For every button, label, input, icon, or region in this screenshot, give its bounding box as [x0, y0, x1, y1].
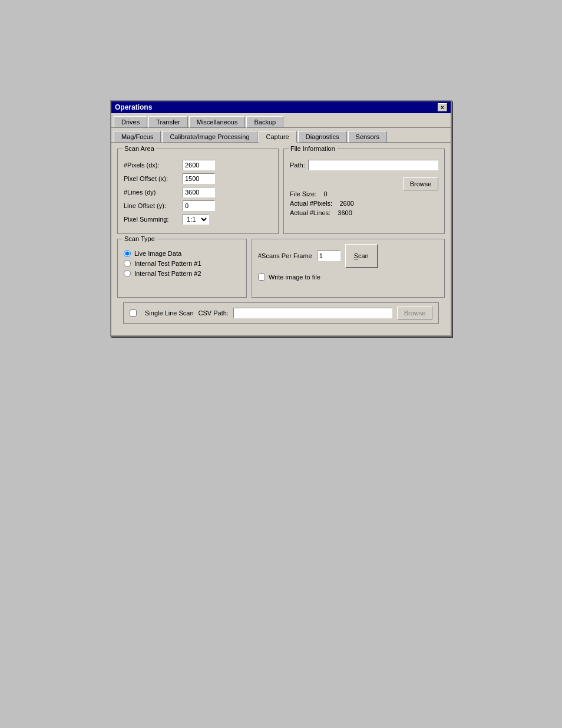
radio-test2-row: Internal Test Pattern #2 — [124, 270, 240, 277]
file-size-row: File Size: 0 — [290, 190, 438, 197]
radio-test1[interactable] — [124, 260, 131, 267]
actual-pixels-row: Actual #Pixels: 2600 — [290, 200, 438, 207]
radio-live-row: Live Image Data — [124, 250, 240, 257]
lines-dy-input[interactable] — [183, 187, 215, 197]
scan-button[interactable]: Scan — [345, 244, 378, 268]
lines-dy-label: #Lines (dy) — [124, 189, 183, 196]
browse-row: Browse — [290, 175, 438, 190]
title-bar: Operations × — [111, 101, 451, 113]
scan-type-title: Scan Type — [123, 235, 157, 242]
line-offset-y-row: Line Offset (y): — [124, 200, 272, 211]
bottom-bar: Single Line Scan CSV Path: Browse — [123, 302, 439, 324]
pixels-dx-row: #Pixels (dx): — [124, 160, 272, 170]
pixels-dx-input[interactable] — [183, 160, 215, 170]
file-info-title: File Information — [289, 145, 337, 152]
radio-live[interactable] — [124, 250, 131, 257]
scan-controls-group: #Scans Per Frame Scan Write image to fil… — [252, 239, 445, 298]
file-info-group: File Information Path: Browse File Size:… — [283, 149, 445, 234]
actual-pixels-value: 2600 — [339, 200, 353, 207]
scan-button-label: Scan — [354, 252, 369, 259]
write-image-row: Write image to file — [258, 274, 438, 281]
pixel-offset-x-label: Pixel Offset (x): — [124, 175, 183, 182]
csv-browse-button: Browse — [397, 307, 432, 319]
actual-lines-label: Actual #Lines: — [290, 209, 330, 216]
csv-path-input[interactable] — [233, 308, 392, 318]
actual-lines-value: 3600 — [338, 209, 352, 216]
operations-window: Operations × Drives Transfer Miscellaneo… — [110, 100, 452, 337]
main-content: Scan Area #Pixels (dx): Pixel Offset (x)… — [111, 143, 451, 335]
tab-sensors[interactable]: Sensors — [348, 131, 387, 143]
scan-type-group: Scan Type Live Image Data Internal Test … — [117, 239, 247, 298]
top-panels: Scan Area #Pixels (dx): Pixel Offset (x)… — [117, 149, 445, 234]
pixel-summing-select[interactable]: 1:1 2:1 4:1 — [183, 214, 209, 225]
tab-backup[interactable]: Backup — [246, 116, 283, 128]
path-input[interactable] — [308, 160, 438, 170]
radio-test1-label: Internal Test Pattern #1 — [134, 260, 201, 267]
tabs-row-1: Drives Transfer Miscellaneous Backup — [111, 113, 451, 128]
tabs-row-2: Mag/Focus Calibrate/Image Processing Cap… — [111, 128, 451, 143]
scan-area-title: Scan Area — [123, 145, 156, 152]
bottom-panels: Scan Type Live Image Data Internal Test … — [117, 239, 445, 298]
actual-lines-row: Actual #Lines: 3600 — [290, 209, 438, 216]
pixels-dx-label: #Pixels (dx): — [124, 162, 183, 169]
tab-magfocus[interactable]: Mag/Focus — [114, 131, 161, 143]
write-image-checkbox[interactable] — [258, 274, 265, 281]
radio-live-label: Live Image Data — [134, 250, 181, 257]
path-label: Path: — [290, 162, 305, 169]
radio-test2[interactable] — [124, 270, 131, 277]
pixel-offset-x-input[interactable] — [183, 173, 215, 184]
close-button[interactable]: × — [438, 103, 447, 111]
radio-test2-label: Internal Test Pattern #2 — [134, 270, 201, 277]
pixel-offset-x-row: Pixel Offset (x): — [124, 173, 272, 184]
lines-dy-row: #Lines (dy) — [124, 187, 272, 197]
scans-per-frame-row: #Scans Per Frame Scan — [258, 244, 438, 268]
scans-per-frame-input[interactable] — [317, 251, 340, 261]
single-line-scan-checkbox[interactable] — [130, 309, 137, 317]
write-image-label: Write image to file — [269, 274, 320, 281]
file-size-label: File Size: — [290, 190, 316, 197]
pixel-summing-row: Pixel Summing: 1:1 2:1 4:1 — [124, 214, 272, 225]
pixel-summing-label: Pixel Summing: — [124, 216, 183, 223]
tab-miscellaneous[interactable]: Miscellaneous — [189, 116, 246, 128]
tab-capture[interactable]: Capture — [259, 131, 297, 143]
line-offset-y-label: Line Offset (y): — [124, 202, 183, 209]
tab-calibrate[interactable]: Calibrate/Image Processing — [162, 131, 257, 143]
scan-area-group: Scan Area #Pixels (dx): Pixel Offset (x)… — [117, 149, 279, 234]
line-offset-y-input[interactable] — [183, 200, 215, 211]
single-line-scan-label: Single Line Scan — [145, 309, 194, 317]
actual-pixels-label: Actual #Pixels: — [290, 200, 332, 207]
tab-diagnostics[interactable]: Diagnostics — [298, 131, 347, 143]
window-title: Operations — [115, 103, 152, 111]
scans-per-frame-label: #Scans Per Frame — [258, 252, 312, 259]
path-row: Path: — [290, 160, 438, 170]
radio-test1-row: Internal Test Pattern #1 — [124, 260, 240, 267]
file-size-value: 0 — [323, 190, 327, 197]
file-browse-button[interactable]: Browse — [403, 177, 438, 190]
tab-transfer[interactable]: Transfer — [148, 116, 188, 128]
tab-drives[interactable]: Drives — [114, 116, 147, 128]
csv-path-label: CSV Path: — [199, 309, 229, 317]
